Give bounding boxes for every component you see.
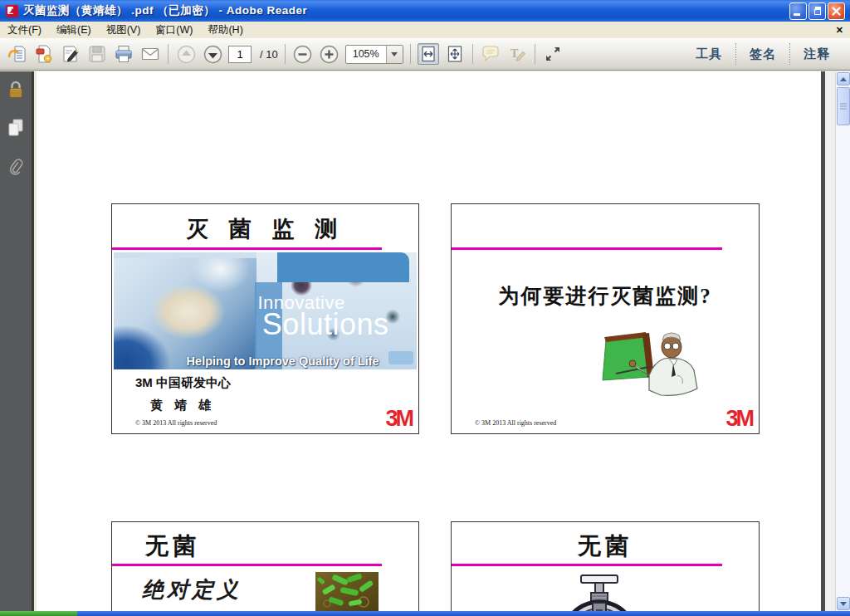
close-button[interactable]: [828, 2, 845, 20]
scroll-up-icon: [840, 77, 847, 81]
banner-tagline: Helping to Improve Quality of Life: [187, 354, 379, 368]
fit-width-icon: [419, 45, 437, 63]
minimize-icon: [794, 13, 800, 16]
slide2-title: 为何要进行灭菌监测?: [452, 282, 759, 310]
main-area: 灭 菌 监 测 Innovative Solutions Helping to …: [0, 71, 850, 611]
chevron-down-icon: [391, 52, 398, 56]
3m-logo: 3M: [725, 406, 752, 432]
fullscreen-button[interactable]: [542, 43, 564, 65]
slide1-organization: 3M 中国研发中心: [135, 375, 231, 391]
comment-bubble-button[interactable]: [480, 43, 501, 65]
banner-line2: Solutions: [262, 307, 389, 342]
sign-panel-button[interactable]: 签名: [736, 46, 789, 62]
zoom-in-button[interactable]: [319, 43, 340, 65]
print-button[interactable]: [113, 43, 134, 65]
window-title: 灭菌监测（黄靖雄） .pdf （已加密） - Adobe Reader: [23, 3, 789, 18]
document-pane[interactable]: 灭 菌 监 测 Innovative Solutions Helping to …: [37, 71, 850, 611]
slide2-copyright: © 3M 2013 All rights reserved: [475, 419, 556, 427]
attachment-paperclip-icon[interactable]: [7, 156, 24, 181]
adobe-reader-window: 灭菌监测（黄靖雄） .pdf （已加密） - Adobe Reader 文件(F…: [0, 0, 850, 616]
menu-view[interactable]: 视图(V): [99, 22, 149, 39]
pdf-app-icon: [5, 4, 19, 18]
sign-document-button[interactable]: [60, 43, 81, 65]
slide1-accent-rule: [112, 247, 382, 250]
tools-panel-button[interactable]: 工具: [682, 46, 735, 62]
text-edit-button[interactable]: T: [506, 43, 528, 65]
slide1-banner-image: Innovative Solutions Helping to Improve …: [114, 252, 417, 369]
menu-edit[interactable]: 编辑(E): [49, 22, 99, 39]
zoom-out-icon: [292, 44, 313, 65]
menu-file[interactable]: 文件(F): [0, 22, 49, 39]
fullscreen-icon: [543, 44, 563, 64]
open-icon: [7, 44, 27, 64]
fit-page-icon: [446, 45, 464, 63]
title-bar: 灭菌监测（黄靖雄） .pdf （已加密） - Adobe Reader: [0, 0, 850, 22]
pressure-valve-clipart: [550, 574, 649, 611]
teacher-clipart: [591, 325, 703, 398]
taskbar-strip: [0, 611, 850, 616]
main-toolbar: / 10 105%: [0, 38, 850, 71]
sign-document-icon: [61, 44, 81, 64]
gloved-hands-photo: [114, 258, 256, 369]
menubar-close-icon[interactable]: ✕: [836, 25, 843, 36]
slide1-title: 灭 菌 监 测: [112, 214, 418, 244]
slide4-title: 无菌: [452, 530, 759, 562]
email-icon: [140, 44, 160, 64]
slide1-author: 黄 靖 雄: [150, 398, 215, 413]
page-number-input[interactable]: [228, 46, 252, 63]
bacteria-image: [315, 572, 379, 611]
slide-2: 为何要进行灭菌监测?: [451, 203, 760, 434]
create-pdf-button[interactable]: [33, 43, 55, 65]
slide-3: 无菌 绝对定义: [111, 521, 419, 611]
next-page-icon: [203, 44, 223, 65]
zoom-dropdown-button[interactable]: [386, 46, 403, 63]
restore-icon: [814, 9, 821, 15]
fit-width-button[interactable]: [418, 43, 439, 65]
menu-bar: 文件(F) 编辑(E) 视图(V) 窗口(W) 帮助(H) ✕: [0, 22, 850, 38]
page-total-label: / 10: [260, 48, 278, 61]
scrollbar-thumb[interactable]: [837, 87, 850, 125]
close-icon: [832, 7, 841, 16]
navigation-sidebar: [0, 71, 34, 611]
scroll-up-button[interactable]: [837, 72, 850, 86]
3m-logo: 3M: [385, 406, 412, 432]
slide3-accent-rule: [112, 564, 382, 566]
minimize-button[interactable]: [789, 2, 807, 20]
comment-panel-button[interactable]: 注释: [790, 46, 843, 62]
zoom-level-combo[interactable]: 105%: [345, 45, 403, 64]
previous-page-icon: [176, 44, 197, 65]
save-icon: [87, 44, 107, 64]
save-button[interactable]: [86, 43, 108, 65]
page-thumbnails-icon[interactable]: [7, 118, 25, 138]
slide2-accent-rule: [452, 247, 722, 250]
slide3-title: 无菌: [145, 530, 200, 562]
menu-window[interactable]: 窗口(W): [148, 22, 200, 39]
slide3-subtitle: 绝对定义: [142, 575, 242, 604]
zoom-in-icon: [319, 44, 340, 65]
text-edit-icon: T: [507, 44, 527, 64]
print-icon: [114, 44, 134, 64]
comment-bubble-icon: [481, 44, 501, 64]
security-lock-icon[interactable]: [7, 80, 25, 100]
slide-1: 灭 菌 监 测 Innovative Solutions Helping to …: [111, 203, 419, 434]
open-button[interactable]: [7, 43, 28, 65]
previous-page-button[interactable]: [175, 43, 197, 65]
fit-page-button[interactable]: [444, 43, 466, 65]
slide1-copyright: © 3M 2013 All rights reserved: [135, 419, 217, 427]
scroll-down-button[interactable]: [837, 597, 850, 610]
slide-4: 无菌: [451, 521, 760, 611]
zoom-level-value: 105%: [346, 46, 386, 63]
restore-button[interactable]: [808, 2, 826, 20]
menu-help[interactable]: 帮助(H): [200, 22, 250, 39]
zoom-out-button[interactable]: [292, 43, 314, 65]
slide4-accent-rule: [452, 564, 722, 566]
email-button[interactable]: [139, 43, 161, 65]
scroll-down-icon: [840, 602, 847, 606]
create-pdf-icon: [34, 44, 54, 64]
start-button-stub[interactable]: [0, 611, 77, 616]
vertical-scrollbar[interactable]: [835, 71, 850, 611]
next-page-button[interactable]: [202, 43, 223, 65]
